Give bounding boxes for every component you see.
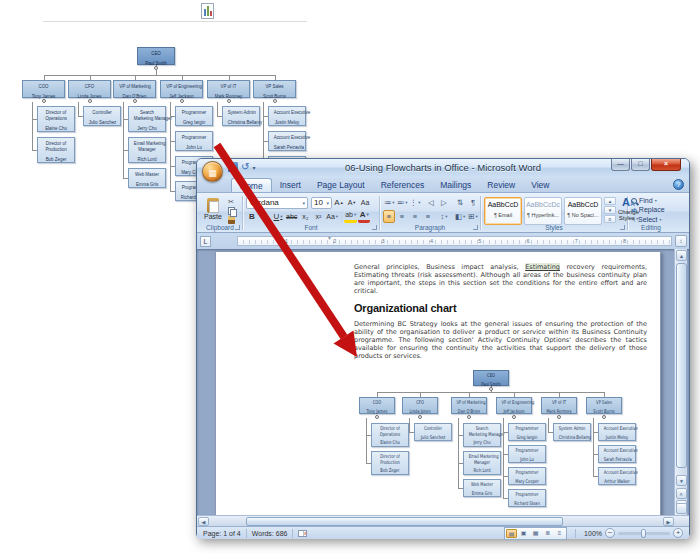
align-center-button[interactable]: ≡ [396,210,408,223]
minimize-button[interactable]: — [611,159,630,171]
tab-insert[interactable]: Insert [272,178,309,192]
bold-button[interactable]: B [246,210,258,223]
paragraph-group-label: Paragraph [380,224,480,231]
org-box: System AdminChristina Bellamy [222,106,260,126]
scroll-left-icon[interactable]: ◀ [198,517,209,526]
font-dialog-launcher-icon[interactable] [372,225,377,230]
decrease-indent-button[interactable]: ◁ [425,196,437,209]
scroll-up-icon[interactable]: ▲ [676,250,687,261]
style-card[interactable]: AaBbCcDc¶ Hyperlink... [524,197,562,225]
line-spacing-button[interactable]: ↕ [438,210,450,223]
shrink-font-button[interactable]: A▼ [346,196,358,209]
bullets-button[interactable]: ≔ [383,196,395,209]
select-button[interactable]: ↖Select [631,216,671,223]
zoom-out-button[interactable]: − [605,528,615,538]
justify-button[interactable]: ≡ [422,210,434,223]
horizontal-scroll-thumb[interactable] [246,517,563,526]
org-box: CFOLinda Jones [402,397,438,414]
office-button[interactable]: ▦ [202,161,223,182]
sort-button[interactable]: ⇅ [454,196,466,209]
vertical-scroll-thumb[interactable] [676,263,687,468]
document-page[interactable]: General principles, Business impact anal… [215,251,661,515]
ruler-toggle-button[interactable]: ↕ [675,235,687,247]
page-indicator[interactable]: Page: 1 of 4 [203,530,241,537]
org-box: Web MasterEmma Gris [463,479,501,497]
zoom-slider-thumb[interactable] [641,529,646,538]
underline-button[interactable]: U [272,210,284,223]
tab-view[interactable]: View [523,178,557,192]
tab-home[interactable]: Home [231,178,272,192]
paragraph-dialog-launcher-icon[interactable] [473,225,478,230]
styles-more-icon[interactable]: ≡ [604,215,616,223]
document-icon [201,3,214,19]
numbering-button[interactable]: ≕ [396,196,408,209]
zoom-level[interactable]: 100% [584,530,602,537]
print-layout-view-button[interactable]: ▤ [506,529,517,538]
replace-button[interactable]: abReplace [631,206,671,213]
title-bar[interactable]: ▦ ↺ ▾ 06-Using Flowcharts in Office - Mi… [197,159,689,178]
outline-view-button[interactable]: ≣ [542,529,553,538]
style-card[interactable]: AaBbCcD¶ Email [484,197,522,225]
help-icon[interactable]: ? [673,179,684,190]
org-box: SearchMarketing ManagerJerry Chu [463,423,501,447]
clear-formatting-button[interactable]: Aa [359,196,371,209]
org-box: VP SalesScott Burns [586,397,622,414]
org-box: SearchMarketing ManagerJerry Chu [128,106,166,132]
tab-references[interactable]: References [373,178,432,192]
maximize-button[interactable]: □ [631,159,650,171]
style-card[interactable]: AaBbCcD¶ No Spaci... [564,197,602,225]
font-name-select[interactable]: Verdana [246,197,308,209]
styles-down-icon[interactable]: ▾ [604,206,616,214]
org-box: Account ExecutiveSarah Petravila [268,131,306,151]
tab-page-layout[interactable]: Page Layout [309,178,373,192]
change-case-button[interactable]: Aa [325,210,339,223]
full-screen-view-button[interactable]: ▣ [518,529,529,538]
zoom-in-button[interactable]: + [673,528,683,538]
shading-button[interactable]: ◧ [454,210,466,223]
styles-up-icon[interactable]: ▴ [604,197,616,205]
org-box: Account ExecutiveJustin Meloy [268,106,306,126]
close-button[interactable]: × [651,159,681,171]
increase-indent-button[interactable]: ▷ [438,196,450,209]
horizontal-scrollbar[interactable]: ◀ ▶ [197,515,689,526]
tab-review[interactable]: Review [479,178,523,192]
scroll-down-icon[interactable]: ▼ [676,475,687,486]
tab-selector-button[interactable]: L [200,236,211,247]
clipboard-group: Paste ✂ Clipboard [198,194,242,232]
zoom-slider[interactable] [618,532,670,535]
font-name-value: Verdana [249,198,279,207]
word-count[interactable]: Words: 686 [252,530,288,537]
highlight-color-button[interactable]: ab [344,210,357,223]
web-layout-view-button[interactable]: ▦ [530,529,541,538]
find-button[interactable]: Find [631,197,671,204]
font-color-button[interactable]: A [358,210,370,223]
document-org-chart[interactable]: Director ofOperationsElaine ChuDirector … [355,369,635,515]
proofing-status-icon[interactable] [298,530,307,537]
tab-mailings[interactable]: Mailings [432,178,479,192]
format-painter-button[interactable] [225,216,237,224]
align-right-button[interactable]: ≡ [409,210,421,223]
grow-font-button[interactable]: A▲ [333,196,345,209]
vertical-scrollbar[interactable]: ▲ ▼ « ● [674,249,687,515]
styles-dialog-launcher-icon[interactable] [620,225,625,230]
italic-button[interactable]: I [259,210,271,223]
show-paragraph-marks-button[interactable]: ¶ [467,196,479,209]
paste-button[interactable]: Paste [201,196,225,223]
scroll-right-icon[interactable]: ▶ [663,517,674,526]
copy-button[interactable] [225,207,237,215]
font-size-select[interactable]: 10 [311,197,332,209]
horizontal-ruler[interactable]: 123456789 [237,236,672,246]
draft-view-button[interactable]: ≡ [554,529,565,538]
superscript-button[interactable]: x² [312,210,324,223]
multilevel-list-button[interactable]: ⋮ [409,196,421,209]
strikethrough-button[interactable]: abc [285,210,298,223]
previous-page-icon[interactable]: « [676,488,687,499]
org-box: Account ExecutiveJustin Meloy [598,423,636,441]
org-box: COOTony James [359,397,395,414]
cut-button[interactable]: ✂ [225,198,237,206]
borders-button[interactable]: ⊞ [467,210,479,223]
clipboard-dialog-launcher-icon[interactable] [235,225,240,230]
align-left-button[interactable]: ≡ [383,210,395,223]
subscript-button[interactable]: x₂ [299,210,311,223]
styles-gallery: AaBbCcD¶ EmailAaBbCcDc¶ Hyperlink...AaBb… [484,197,604,225]
